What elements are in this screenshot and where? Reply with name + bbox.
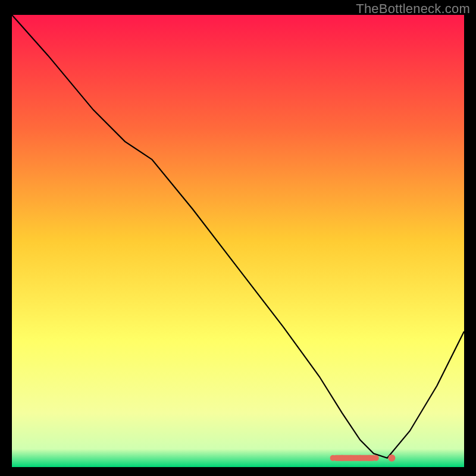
marker-point (330, 455, 336, 461)
marker-point (366, 455, 372, 461)
marker-point (348, 455, 354, 461)
chart-svg (12, 15, 464, 467)
marker-point (357, 455, 363, 461)
marker-point (388, 455, 395, 462)
gradient-background (12, 15, 464, 467)
plot-area (12, 15, 464, 467)
watermark-label: TheBottleneck.com (356, 1, 470, 17)
marker-point (339, 455, 345, 461)
marker-point (373, 455, 379, 461)
chart-container: TheBottleneck.com (0, 0, 476, 476)
